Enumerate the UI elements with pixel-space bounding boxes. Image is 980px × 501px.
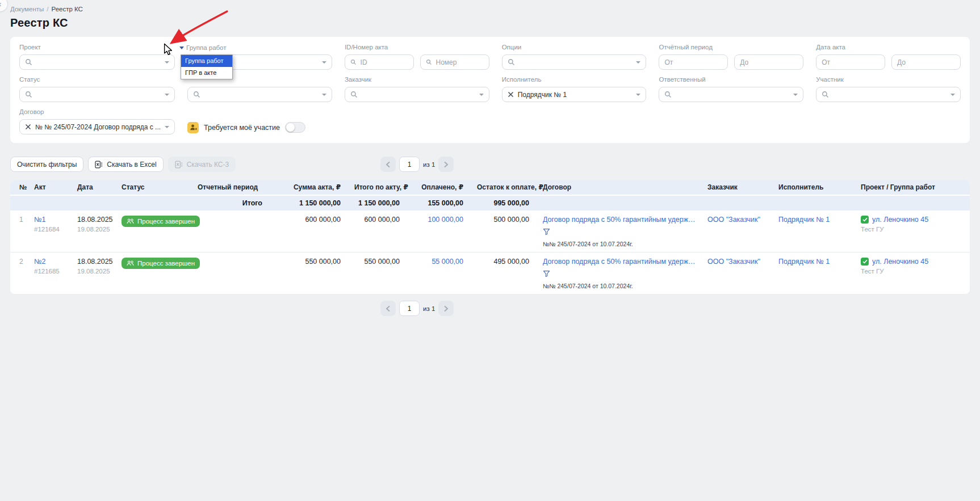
col-num: № <box>10 180 30 195</box>
col-date: Дата <box>73 180 117 195</box>
paid-link[interactable]: 100 000,00 <box>428 216 463 224</box>
download-excel-button[interactable]: Скачать в Excel <box>88 157 163 172</box>
filter-project: Проект <box>19 44 175 70</box>
dropdown-option-group[interactable]: Группа работ <box>181 55 232 67</box>
filter-work-group-label[interactable]: Группа работ <box>179 44 332 52</box>
act-id-field[interactable] <box>345 54 414 70</box>
chevron-right-icon <box>443 305 449 312</box>
page-number-input[interactable] <box>400 301 419 315</box>
totals-act-sum: 1 150 000,00 <box>271 195 350 210</box>
filter-act-date: Дата акта <box>816 44 961 70</box>
work-group-secondary-select[interactable] <box>187 87 332 102</box>
chevron-down-icon <box>322 61 326 64</box>
user-plus-icon <box>187 122 199 133</box>
my-participation-toggle[interactable] <box>285 122 305 133</box>
search-icon <box>25 91 32 98</box>
responsible-select[interactable] <box>659 87 803 102</box>
breadcrumb-separator: / <box>47 6 48 12</box>
options-select[interactable] <box>502 54 647 70</box>
act-link[interactable]: №1 <box>34 216 45 224</box>
act-date-from-field[interactable] <box>816 54 885 70</box>
contract-link[interactable]: Договор подряда с 50% гарантийным удержа… <box>543 216 698 224</box>
chevron-down-icon <box>950 94 955 96</box>
act-date-from-input[interactable] <box>822 58 880 66</box>
dropdown-caret-icon[interactable] <box>179 47 184 49</box>
act-link[interactable]: №2 <box>34 258 45 266</box>
search-icon <box>822 91 829 98</box>
report-period-to-input[interactable] <box>740 58 798 66</box>
chevron-right-icon <box>443 161 449 168</box>
executor-select[interactable]: Подрядчик № 1 <box>502 87 647 102</box>
chevron-down-icon <box>165 126 169 128</box>
pagination-bottom: из 1 <box>380 301 454 316</box>
project-group: Тест ГУ <box>861 268 965 275</box>
status-badge: Процесс завершен <box>122 258 200 269</box>
executor-selected-value: Подрядчик № 1 <box>518 91 633 99</box>
check-icon <box>861 216 869 224</box>
executor-link[interactable]: Подрядчик № 1 <box>778 258 830 266</box>
filter-funnel-icon[interactable] <box>543 228 698 237</box>
page-number-field[interactable] <box>399 301 420 316</box>
report-period-from-field[interactable] <box>659 54 728 70</box>
prev-page-button[interactable] <box>380 157 396 172</box>
filter-responsible: Ответственный <box>659 76 803 102</box>
totals-act-total: 1 150 000,00 <box>350 195 409 210</box>
executor-link[interactable]: Подрядчик № 1 <box>778 216 830 224</box>
excel-icon <box>95 161 103 169</box>
download-ks3-button: Скачать КС-3 <box>168 157 236 172</box>
clear-filters-button[interactable]: Очистить фильтры <box>10 157 83 172</box>
breadcrumb-documents[interactable]: Документы <box>10 6 44 12</box>
clear-icon[interactable] <box>508 91 514 98</box>
chevron-down-icon <box>636 94 640 96</box>
page-number-field[interactable] <box>399 157 420 172</box>
act-date-secondary: 19.08.2025 <box>77 226 112 233</box>
act-date-to-input[interactable] <box>897 58 955 66</box>
col-remainder: Остаток к оплате, ₽ <box>472 180 538 195</box>
contract-select[interactable]: № № 245/07-2024 Договор подряда с ... <box>19 119 175 134</box>
act-date-secondary: 19.08.2025 <box>77 268 112 275</box>
people-icon <box>127 260 134 266</box>
contract-link[interactable]: Договор подряда с 50% гарантийным удержа… <box>543 258 698 266</box>
act-number-input[interactable] <box>436 58 484 66</box>
participant-select[interactable] <box>816 87 961 102</box>
act-date: 18.08.2025 <box>77 258 112 266</box>
next-page-button[interactable] <box>438 157 454 172</box>
project-select[interactable] <box>19 54 175 70</box>
next-page-button[interactable] <box>438 301 454 316</box>
table-header-row: № Акт Дата Статус Отчетный период Сумма … <box>10 180 970 195</box>
page-number-input[interactable] <box>400 157 419 171</box>
paid-link[interactable]: 55 000,00 <box>432 258 463 266</box>
act-number-field[interactable] <box>420 54 489 70</box>
filter-funnel-icon[interactable] <box>543 270 698 279</box>
prev-page-button[interactable] <box>380 301 396 316</box>
filter-participant: Участник <box>816 76 961 102</box>
report-period-to-field[interactable] <box>734 54 803 70</box>
act-date-to-field[interactable] <box>891 54 961 70</box>
col-act-total: Итого по акту, ₽ <box>350 180 409 195</box>
filter-report-period-label: Отчётный период <box>659 44 803 52</box>
col-contract: Договор <box>538 180 703 195</box>
clear-icon[interactable] <box>25 124 31 130</box>
page-count-label: из 1 <box>423 161 435 168</box>
customer-select[interactable] <box>345 87 489 102</box>
col-period: Отчетный период <box>193 180 271 195</box>
customer-link[interactable]: ООО "Заказчик" <box>707 258 760 266</box>
report-period-from-input[interactable] <box>664 58 722 66</box>
chevron-down-icon <box>322 94 326 96</box>
act-id-input[interactable] <box>361 58 408 66</box>
status-select[interactable] <box>19 87 175 102</box>
search-icon <box>350 58 357 66</box>
project-link[interactable]: ул. Леночкино 45 <box>872 258 928 266</box>
chevron-down-icon <box>165 94 169 96</box>
project-link[interactable]: ул. Леночкино 45 <box>872 216 928 224</box>
customer-link[interactable]: ООО "Заказчик" <box>707 216 760 224</box>
search-icon <box>664 91 672 98</box>
filter-options-label: Опции <box>502 44 647 52</box>
pagination-top: из 1 <box>380 157 454 172</box>
totals-row: Итого 1 150 000,00 1 150 000,00 155 000,… <box>10 195 970 210</box>
my-participation-filter: Требуется моё участие <box>187 108 489 134</box>
dropdown-option-gpr[interactable]: ГПР в акте <box>181 67 232 79</box>
search-icon <box>350 91 358 98</box>
filter-act-id-number-label: ID/Номер акта <box>345 44 489 52</box>
filter-contract-label: Договор <box>19 108 175 116</box>
